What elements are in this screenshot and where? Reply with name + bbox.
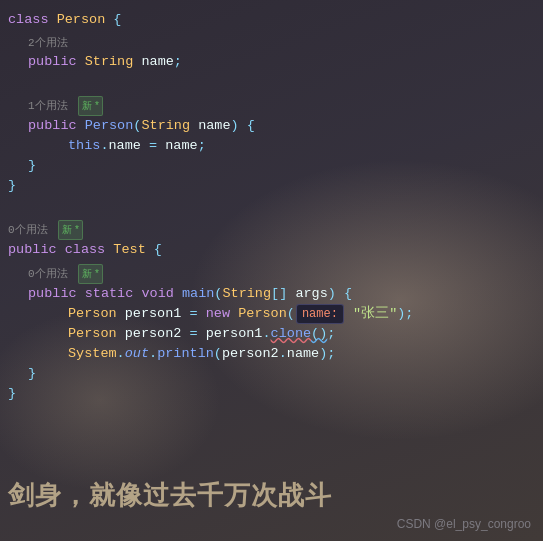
var-person2: person2 bbox=[125, 324, 182, 344]
punct-paren2: ) bbox=[231, 116, 239, 136]
punct-new-paren2: ); bbox=[397, 304, 413, 324]
brace-test-open: { bbox=[154, 240, 162, 260]
kw-void: void bbox=[141, 284, 173, 304]
blank-line-1 bbox=[0, 72, 543, 92]
var-name-param: name bbox=[198, 116, 230, 136]
punct-main-paren2: ) bbox=[328, 284, 336, 304]
var-name-rhs: name bbox=[165, 136, 197, 156]
kw-class-2: class bbox=[65, 240, 106, 260]
punct-println-paren1: ( bbox=[214, 344, 222, 364]
line-close-ctor: } bbox=[0, 156, 543, 176]
line-class-decl: class Person { bbox=[0, 10, 543, 30]
line-field-decl: public String name; bbox=[0, 52, 543, 72]
line-close-person: } bbox=[0, 176, 543, 196]
blank-line-2 bbox=[0, 196, 543, 216]
punct-paren1: ( bbox=[133, 116, 141, 136]
line-person1-decl: Person person1 = new Person(name: "张三"); bbox=[0, 304, 543, 324]
kw-public-field: public bbox=[28, 52, 77, 72]
var-name-this: name bbox=[109, 136, 141, 156]
line-constructor-decl: public Person(String name) { bbox=[0, 116, 543, 136]
var-person1-ref: person1 bbox=[206, 324, 263, 344]
punct-semi3: ; bbox=[327, 324, 335, 344]
code-container: class Person { 2个用法 public String name; … bbox=[0, 0, 543, 541]
fn-main: main bbox=[182, 284, 214, 304]
chinese-decorative-text: 剑身，就像过去千万次战斗 bbox=[0, 478, 543, 513]
brace-open: { bbox=[113, 10, 121, 30]
brace-person-close: } bbox=[8, 176, 16, 196]
meta-0-main: 0个用法 新 * bbox=[0, 264, 543, 284]
line-close-main: } bbox=[0, 364, 543, 384]
line-close-test: } bbox=[0, 384, 543, 404]
class-name-test: Test bbox=[113, 240, 145, 260]
kw-this: this bbox=[68, 136, 100, 156]
meta-0-usages: 0个用法 新 * bbox=[0, 220, 543, 240]
brace-ctor-open: { bbox=[247, 116, 255, 136]
punct-dot2: . bbox=[262, 324, 270, 344]
punct-semi2: ; bbox=[198, 136, 206, 156]
punct-semi1: ; bbox=[174, 52, 182, 72]
line-public-class-test: public class Test { bbox=[0, 240, 543, 260]
punct-dot1: . bbox=[100, 136, 108, 156]
param-hint-name: name: bbox=[296, 304, 344, 324]
var-person2-ref: person2 bbox=[222, 344, 279, 364]
type-person-ctor: Person bbox=[238, 304, 287, 324]
punct-dot5: . bbox=[279, 344, 287, 364]
punct-new-paren1: ( bbox=[287, 304, 295, 324]
punct-eq1: = bbox=[190, 304, 198, 324]
var-out: out bbox=[125, 344, 149, 364]
var-name: name bbox=[141, 52, 173, 72]
kw-public-ctor: public bbox=[28, 116, 77, 136]
punct-eq: = bbox=[149, 136, 157, 156]
punct-dot4: . bbox=[149, 344, 157, 364]
punct-eq2: = bbox=[190, 324, 198, 344]
punct-clone-parens: () bbox=[311, 324, 327, 344]
line-main-method: public static void main(String[] args) { bbox=[0, 284, 543, 304]
new-badge-1: 新 * bbox=[78, 96, 103, 116]
line-println: System.out.println(person2.name); bbox=[0, 344, 543, 364]
fn-clone: clone bbox=[271, 324, 312, 344]
punct-println-paren2: ); bbox=[319, 344, 335, 364]
new-badge-2: 新 * bbox=[58, 220, 83, 240]
kw-static: static bbox=[85, 284, 134, 304]
type-person1: Person bbox=[68, 304, 117, 324]
fn-println: println bbox=[157, 344, 214, 364]
type-system: System bbox=[68, 344, 117, 364]
watermark: CSDN @el_psy_congroo bbox=[397, 517, 531, 531]
new-badge-3: 新 * bbox=[78, 264, 103, 284]
type-person2: Person bbox=[68, 324, 117, 344]
meta-1-usage: 1个用法 新 * bbox=[0, 96, 543, 116]
var-person1: person1 bbox=[125, 304, 182, 324]
brace-main-close: } bbox=[28, 364, 36, 384]
class-name-person: Person bbox=[57, 10, 106, 30]
var-args: args bbox=[295, 284, 327, 304]
brace-ctor-close: } bbox=[28, 156, 36, 176]
kw-new1: new bbox=[206, 304, 230, 324]
kw-public-main: public bbox=[28, 284, 77, 304]
punct-main-paren1: ( bbox=[214, 284, 222, 304]
type-string-arr: String bbox=[222, 284, 271, 304]
str-zhangsan: "张三" bbox=[353, 304, 397, 324]
line-this-assign: this.name = name; bbox=[0, 136, 543, 156]
punct-dot3: . bbox=[117, 344, 125, 364]
brace-main-open: { bbox=[344, 284, 352, 304]
line-person2-decl: Person person2 = person1.clone(); bbox=[0, 324, 543, 344]
type-string-param: String bbox=[141, 116, 190, 136]
punct-bracket: [] bbox=[271, 284, 287, 304]
var-name-field: name bbox=[287, 344, 319, 364]
meta-2-usages: 2个用法 bbox=[0, 34, 543, 52]
kw-class: class bbox=[8, 10, 49, 30]
fn-person-ctor: Person bbox=[85, 116, 134, 136]
kw-public-class: public bbox=[8, 240, 57, 260]
brace-test-close: } bbox=[8, 384, 16, 404]
type-string: String bbox=[85, 52, 134, 72]
